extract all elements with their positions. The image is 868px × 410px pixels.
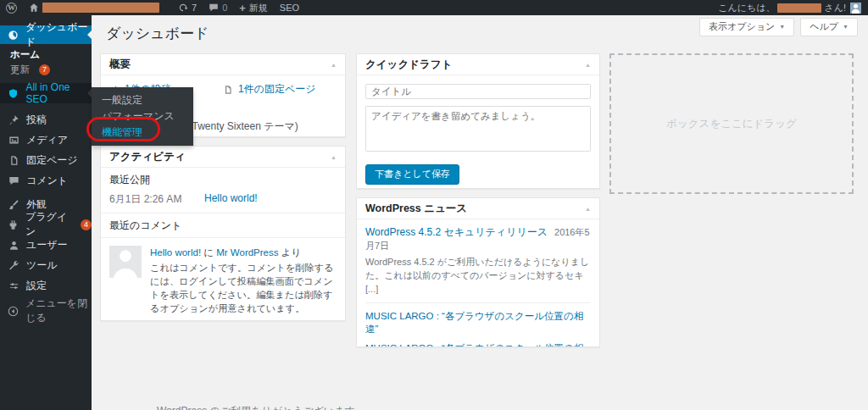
sidebar-item-media[interactable]: メディア bbox=[0, 131, 92, 148]
post-link[interactable]: Hello world! bbox=[204, 192, 258, 207]
updates-menu[interactable]: 7 bbox=[172, 0, 203, 15]
activity-title: アクティビティ bbox=[109, 150, 186, 164]
comment-body: これはコメントです。コメントを削除するには、ログインして投稿編集画面でコメントを… bbox=[150, 261, 337, 316]
news-headline-link[interactable]: WordPress 4.5.2 セキュリティリリース bbox=[365, 226, 548, 238]
sidebar-label-comments: コメント bbox=[26, 174, 68, 188]
plugin-icon bbox=[8, 219, 19, 230]
chevron-down-icon: ▼ bbox=[843, 24, 849, 30]
activity-widget: アクティビティ ▲ 最近公開 6月1日 2:26 AM Hello world!… bbox=[100, 146, 346, 321]
sidebar-label-media: メディア bbox=[26, 133, 68, 147]
sidebar-item-posts[interactable]: 投稿 bbox=[0, 111, 92, 128]
sidebar-label-collapse: メニューを閉じる bbox=[25, 296, 92, 325]
footer-thank-you-text: WordPress のご利用ありがとうございます。 bbox=[157, 404, 365, 410]
draft-content-textarea[interactable] bbox=[365, 106, 591, 152]
media-icon bbox=[8, 135, 19, 146]
brush-icon bbox=[8, 199, 19, 210]
dashboard-content: ダッシュボード 表示オプション ▼ ヘルプ ▼ 概要 ▲ 1件の投稿 bbox=[92, 15, 868, 410]
sidebar-label-settings: 設定 bbox=[26, 279, 47, 293]
sidebar-item-all-in-one-seo[interactable]: All in One SEO bbox=[0, 83, 92, 103]
new-label: 新規 bbox=[249, 2, 268, 14]
post-date: 6月1日 2:26 AM bbox=[109, 192, 204, 207]
new-content-menu[interactable]: + 新規 bbox=[233, 0, 274, 15]
news-feed-link[interactable]: MUSIC LARGO : “各ブラウザのスクール位置の相違” bbox=[365, 310, 591, 335]
sidebar-item-comments[interactable]: コメント bbox=[0, 172, 92, 189]
sidebar-item-pages[interactable]: 固定ページ bbox=[0, 152, 92, 169]
draft-title-input[interactable] bbox=[365, 84, 591, 99]
drop-zone-label: ボックスをここにドラッグ bbox=[666, 117, 797, 131]
submenu-item-general-settings[interactable]: 一般設定 bbox=[92, 92, 193, 108]
comment-bubble-icon bbox=[209, 3, 219, 13]
comments-icon bbox=[8, 175, 19, 186]
site-name-menu[interactable] bbox=[23, 0, 165, 15]
help-label: ヘルプ bbox=[810, 20, 838, 33]
redacted-site-name bbox=[42, 3, 159, 13]
sidebar-collapse-menu[interactable]: メニューを閉じる bbox=[0, 302, 92, 319]
admin-sidebar: ダッシュボード ホーム 更新 7 All in One SEO 投稿 メディア bbox=[0, 15, 92, 410]
seo-menu[interactable]: SEO bbox=[274, 0, 305, 15]
news-feed-link[interactable]: MUSIC LARGO : “各ブラウザのスクール位置の相違” bbox=[365, 342, 591, 347]
glance-pages: 1件の固定ページ bbox=[223, 82, 337, 97]
collapse-toggle-icon[interactable]: ▲ bbox=[331, 62, 337, 68]
submenu-item-feature-manager[interactable]: 機能管理 bbox=[92, 125, 193, 141]
sidebar-label-plugins: プラグイン bbox=[25, 210, 71, 239]
wordpress-news-widget: WordPress ニュース ▲ WordPress 4.5.2 セキュリティリ… bbox=[356, 197, 600, 347]
collapse-arrow-icon bbox=[8, 306, 19, 317]
widget-drop-zone[interactable]: ボックスをここにドラッグ bbox=[609, 53, 854, 194]
collapse-toggle-icon[interactable]: ▲ bbox=[585, 206, 591, 212]
news-excerpt: WordPress 4.5.2 がご利用いただけるようになりました。これは以前の… bbox=[365, 256, 591, 303]
page-title: ダッシュボード bbox=[106, 24, 209, 43]
sidebar-item-tools[interactable]: ツール bbox=[0, 257, 92, 274]
help-button[interactable]: ヘルプ ▼ bbox=[800, 18, 858, 36]
settings-sliders-icon bbox=[8, 280, 19, 291]
user-icon bbox=[8, 240, 19, 251]
aioseo-submenu: 一般設定 パフォーマンス 機能管理 bbox=[92, 87, 193, 146]
greeting-suffix: さん! bbox=[824, 2, 846, 14]
greeting-prefix: こんにちは、 bbox=[718, 2, 775, 14]
sidebar-item-dashboard[interactable]: ダッシュボード bbox=[0, 25, 92, 44]
sidebar-label-home: ホーム bbox=[10, 48, 40, 61]
comment-item: Hello world! に Mr WordPress より これはコメントです… bbox=[101, 238, 345, 321]
collapse-toggle-icon[interactable]: ▲ bbox=[585, 62, 591, 68]
wp-logo-menu[interactable]: W bbox=[0, 0, 23, 15]
sidebar-item-settings[interactable]: 設定 bbox=[0, 277, 92, 294]
comments-count: 0 bbox=[222, 3, 227, 13]
plus-icon: + bbox=[239, 3, 246, 14]
recent-comments-label: 最近のコメント bbox=[101, 213, 345, 238]
comment-post-link[interactable]: Hello world! bbox=[150, 247, 201, 258]
plugins-badge: 4 bbox=[81, 219, 92, 230]
screen-meta-links: 表示オプション ▼ ヘルプ ▼ bbox=[699, 18, 858, 36]
comment-connector: に bbox=[201, 247, 216, 258]
submenu-item-performance[interactable]: パフォーマンス bbox=[92, 108, 193, 125]
screen-options-button[interactable]: 表示オプション ▼ bbox=[699, 18, 794, 36]
published-post-row: 6月1日 2:26 AM Hello world! bbox=[101, 189, 345, 213]
comments-menu[interactable]: 0 bbox=[203, 0, 233, 15]
sidebar-label-tools: ツール bbox=[26, 258, 58, 273]
sidebar-label-aioseo: All in One SEO bbox=[25, 81, 92, 105]
sidebar-item-users[interactable]: ユーザー bbox=[0, 236, 92, 253]
sidebar-label-updates: 更新 bbox=[10, 64, 30, 76]
collapse-toggle-icon[interactable]: ▲ bbox=[331, 154, 337, 160]
updates-count: 7 bbox=[192, 3, 197, 13]
chevron-down-icon: ▼ bbox=[779, 24, 785, 30]
glance-pages-link[interactable]: 1件の固定ページ bbox=[238, 82, 316, 97]
my-account-menu[interactable]: こんにちは、 さん! bbox=[718, 2, 868, 14]
at-a-glance-title: 概要 bbox=[109, 58, 131, 72]
user-avatar bbox=[850, 3, 861, 14]
sidebar-item-home[interactable]: ホーム bbox=[0, 48, 92, 61]
comment-suffix: より bbox=[279, 247, 302, 258]
sidebar-label-users: ユーザー bbox=[26, 238, 68, 252]
dashboard-gauge-icon bbox=[8, 30, 19, 41]
sidebar-item-plugins[interactable]: プラグイン 4 bbox=[0, 216, 92, 233]
sidebar-label-posts: 投稿 bbox=[26, 113, 47, 127]
redacted-user-name bbox=[777, 3, 821, 13]
comment-author-link[interactable]: Mr WordPress bbox=[216, 247, 278, 258]
page-icon bbox=[8, 155, 19, 166]
update-icon bbox=[178, 3, 188, 13]
quick-draft-widget: クイックドラフト ▲ 下書きとして保存 bbox=[356, 53, 600, 189]
page-icon bbox=[223, 85, 233, 95]
recently-published-label: 最近公開 bbox=[101, 168, 345, 189]
sidebar-label-pages: 固定ページ bbox=[26, 153, 78, 168]
home-icon bbox=[29, 3, 39, 13]
save-draft-button[interactable]: 下書きとして保存 bbox=[365, 164, 459, 185]
sidebar-item-updates[interactable]: 更新 7 bbox=[0, 63, 92, 77]
